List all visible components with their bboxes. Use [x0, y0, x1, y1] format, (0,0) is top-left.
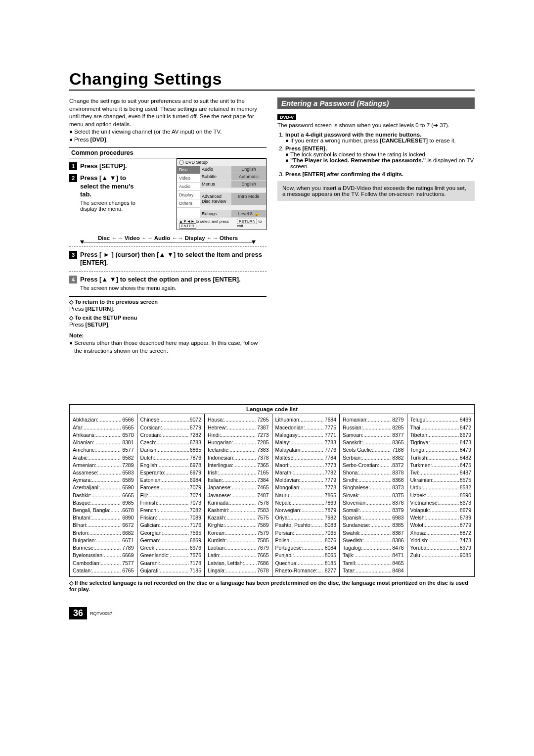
tv-tab: Audio	[177, 183, 200, 191]
language-row: Serbian: 8382	[343, 454, 404, 462]
language-row: Swedish: 8386	[343, 537, 404, 544]
tv-tab: Others	[177, 199, 200, 208]
step-4-num: 4	[69, 276, 77, 284]
ratings-note-box: Now, when you insert a DVD-Video that ex…	[277, 181, 475, 201]
step-2-text: Press [▲ ▼] to select the menu's tab.	[80, 174, 138, 198]
dvd-v-badge: DVD-V	[277, 114, 296, 120]
language-row: Kashmiri: 7583	[208, 507, 269, 514]
language-row: Frisian: 7089	[140, 514, 202, 521]
language-row: Latin: 7665	[208, 552, 269, 559]
language-row: Japanese: 7465	[208, 484, 269, 491]
language-row: Lithuanian: 7684	[275, 416, 337, 424]
language-row: Byelorussian: 6669	[73, 552, 134, 559]
language-row: Hausa: 7265	[208, 416, 269, 424]
language-row: Malay: 7783	[275, 439, 337, 446]
tv-row	[200, 205, 266, 210]
language-row: Tajik: 8471	[343, 552, 404, 559]
t: [RETURN]	[86, 306, 113, 312]
step-2: 2 Press [▲ ▼] to select the menu's tab. …	[69, 174, 138, 212]
language-row: Burmese: 7789	[73, 544, 134, 552]
intro-text: Change the settings to suit your prefere…	[69, 97, 267, 128]
language-row: Yiddish: 7473	[410, 537, 472, 544]
language-column: Abkhazian: 6566Afar: 6565Afrikaans: 6570…	[70, 414, 137, 576]
intro-bullet-1: ●Select the unit viewing channel (or the…	[69, 128, 267, 136]
onscreen-menu-illustration: DVD Setup DiscVideoAudioDisplayOthers Au…	[177, 158, 267, 230]
language-code-title: Language code list	[70, 405, 474, 414]
language-row: Greek: 6976	[140, 544, 202, 552]
language-row: Telugu: 8469	[410, 416, 472, 424]
language-row: Tagalog: 8476	[343, 544, 404, 552]
return-text: Press [RETURN].	[69, 305, 267, 313]
language-row: Esperanto: 6979	[140, 469, 202, 476]
language-row: Interlingua: 7365	[208, 462, 269, 469]
language-column: Hausa: 7265Hebrew: 7387Hindi: 7273Hungar…	[205, 414, 272, 576]
password-heading: Entering a Password (Ratings)	[277, 97, 475, 109]
step-3: 3 Press [ ► ] (cursor) then [▲ ▼] to sel…	[69, 251, 267, 267]
page-title: Changing Settings	[69, 69, 475, 89]
nav-underline	[82, 242, 254, 242]
language-row: Corsican: 6779	[140, 424, 202, 431]
t: Press	[69, 306, 86, 312]
t: .	[113, 306, 114, 312]
language-row: German: 6869	[140, 537, 202, 544]
language-row: Bulgarian: 6671	[73, 537, 134, 544]
t: .	[108, 322, 110, 328]
language-row: Tigrinya: 8473	[410, 439, 472, 446]
language-row: Marathi: 7782	[275, 469, 337, 476]
language-column: Telugu: 8469Thai: 8472Tibetan: 6679Tigri…	[407, 414, 475, 576]
language-row: Tibetan: 6679	[410, 431, 472, 439]
pw-step-1: Input a 4-digit password with the numeri…	[285, 132, 421, 138]
language-column: Romanian: 8279Russian: 8285Samoan: 8377S…	[340, 414, 407, 576]
language-row: Serbo-Croatian: .8372	[343, 462, 404, 469]
language-row: Icelandic: 7383	[208, 446, 269, 454]
pw-step-1-sub: If you enter a wrong number, press [CANC…	[290, 138, 456, 143]
language-row: Sanskrit: 8365	[343, 439, 404, 446]
language-row: Ameharic: 6577	[73, 446, 134, 454]
language-row: Finnish: 7073	[140, 499, 202, 507]
language-row: Albanian: 8381	[73, 439, 134, 446]
language-row: Moldavian: 7779	[275, 476, 337, 484]
t: Press	[69, 322, 86, 328]
language-row: Bihari: 6672	[73, 521, 134, 529]
language-row: Malagasy: 7771	[275, 431, 337, 439]
language-row: Breton: 6682	[73, 529, 134, 537]
language-row: Guarani: 7178	[140, 560, 202, 567]
language-row: English: 6978	[140, 462, 202, 469]
language-row: Sindhi: 8368	[343, 476, 404, 484]
exit-text: Press [SETUP].	[69, 321, 267, 329]
language-row: Swahili: 8387	[343, 529, 404, 537]
language-row: Scots Gaelic: 7168	[343, 446, 404, 454]
pw-step-2b: "The Player is locked. Remember the pass…	[290, 157, 475, 169]
language-row: Welsh: 6789	[410, 514, 472, 521]
language-row: Slovak: 8375	[343, 492, 404, 499]
language-row: Maori: 7773	[275, 462, 337, 469]
t: [CANCEL/RESET]	[380, 138, 428, 143]
language-row: Czech: 6783	[140, 439, 202, 446]
password-steps: Input a 4-digit password with the numeri…	[277, 132, 475, 177]
t: [SETUP]	[86, 322, 108, 328]
language-column: Chinese: 9072Corsican: 6779Croatian: 728…	[137, 414, 205, 576]
language-row: Hungarian: 7285	[208, 439, 269, 446]
language-row: Greenlandic: 7576	[140, 552, 202, 559]
language-row: Afar: 6565	[73, 424, 134, 431]
return-heading: To return to the previous screen	[69, 299, 267, 305]
page-footer: 36 RQTV0057	[69, 607, 475, 619]
tv-tab: Disc	[177, 166, 200, 174]
common-procedures-heading: Common procedures	[69, 147, 267, 158]
t: Screens other than those described here …	[74, 339, 267, 355]
disc-icon	[179, 160, 184, 165]
language-row: Polish: 8076	[275, 537, 337, 544]
language-row: Tamil: 8465	[343, 560, 404, 567]
language-row: Chinese: 9072	[140, 416, 202, 424]
step-1-text: Press [SETUP].	[80, 162, 127, 170]
language-row: Kurdish: 7585	[208, 537, 269, 544]
tv-row: AudioEnglish	[200, 166, 266, 173]
language-row: Korean: 7579	[208, 529, 269, 537]
step-3-num: 3	[69, 251, 77, 259]
language-row: Samoan: 8377	[343, 431, 404, 439]
tab-nav-chain: Disc ←→ Video ←→ Audio ←→ Display ←→ Oth…	[69, 235, 267, 241]
step-4-text: Press [▲ ▼] to select the option and pre…	[80, 276, 241, 284]
step-4-sub: The screen now shows the menu again.	[80, 285, 241, 291]
language-row: Oriya: 7982	[275, 514, 337, 521]
tv-row: SubtitleAutomatic	[200, 173, 266, 181]
